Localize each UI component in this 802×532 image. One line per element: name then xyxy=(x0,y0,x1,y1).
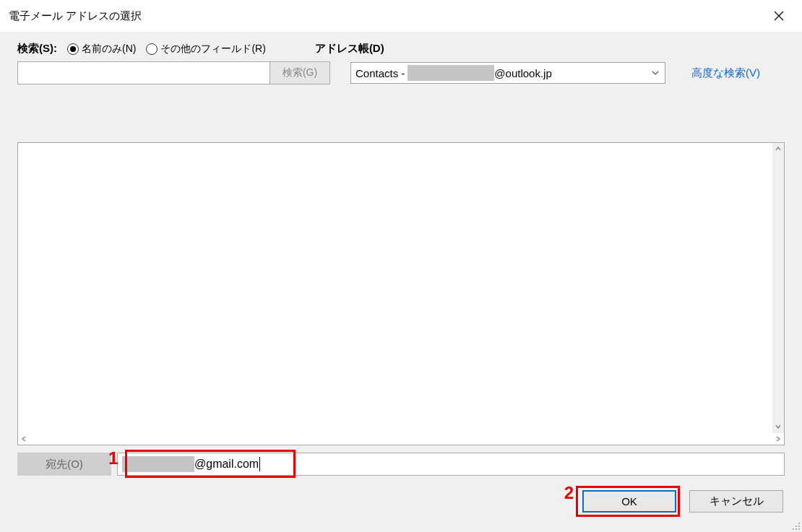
to-input[interactable]: @gmail.com xyxy=(117,453,785,476)
radio-other-fields-label: その他のフィールド(R) xyxy=(160,43,265,56)
ok-button[interactable]: OK xyxy=(582,490,676,513)
addressbook-suffix: @outlook.jp xyxy=(494,67,551,79)
svg-point-3 xyxy=(798,528,800,530)
search-go-button[interactable]: 検索(G) xyxy=(270,61,330,84)
search-label-row: 検索(S): 名前のみ(N) その他のフィールド(R) アドレス帳(D) xyxy=(0,32,802,60)
search-label: 検索(S): xyxy=(17,42,57,56)
contact-list[interactable] xyxy=(17,142,785,445)
scroll-right-icon[interactable] xyxy=(775,435,782,442)
contact-list-wrap xyxy=(17,142,785,445)
cancel-button[interactable]: キャンセル xyxy=(689,490,783,513)
resize-grip-icon[interactable] xyxy=(792,522,801,531)
radio-name-only-label: 名前のみ(N) xyxy=(82,43,136,56)
search-input-row: 検索(G) Contacts - @outlook.jp 高度な検索(V) xyxy=(0,60,802,92)
radio-other-fields[interactable]: その他のフィールド(R) xyxy=(146,43,265,56)
radio-name-only[interactable]: 名前のみ(N) xyxy=(67,43,136,56)
to-button[interactable]: 宛先(O) xyxy=(17,453,111,476)
close-button[interactable] xyxy=(764,1,793,30)
radio-icon xyxy=(146,43,158,55)
svg-point-1 xyxy=(798,526,800,527)
scroll-up-icon[interactable] xyxy=(775,145,782,152)
text-caret xyxy=(259,457,260,471)
titlebar: 電子メール アドレスの選択 xyxy=(0,0,802,32)
close-icon xyxy=(774,11,784,21)
radio-icon xyxy=(67,43,79,55)
search-input[interactable] xyxy=(17,61,270,84)
svg-point-2 xyxy=(795,526,797,527)
addressbook-prefix: Contacts - xyxy=(355,67,405,79)
addressbook-redacted xyxy=(408,65,494,81)
dialog-button-row: OK キャンセル 2 xyxy=(0,476,802,513)
to-email-suffix: @gmail.com xyxy=(194,458,259,471)
svg-point-0 xyxy=(798,523,800,524)
addressbook-label: アドレス帳(D) xyxy=(315,42,384,56)
svg-point-5 xyxy=(793,528,794,530)
dialog-title: 電子メール アドレスの選択 xyxy=(9,9,142,23)
to-redacted xyxy=(122,456,194,472)
chevron-down-icon xyxy=(652,71,659,75)
svg-point-4 xyxy=(795,528,797,530)
scroll-down-icon[interactable] xyxy=(775,423,782,430)
advanced-search-link[interactable]: 高度な検索(V) xyxy=(691,66,760,80)
addressbook-select[interactable]: Contacts - @outlook.jp xyxy=(350,62,665,84)
scroll-left-icon[interactable] xyxy=(20,435,27,442)
recipient-row: 宛先(O) @gmail.com 1 xyxy=(0,445,802,476)
annotation-2: 2 xyxy=(564,483,574,503)
